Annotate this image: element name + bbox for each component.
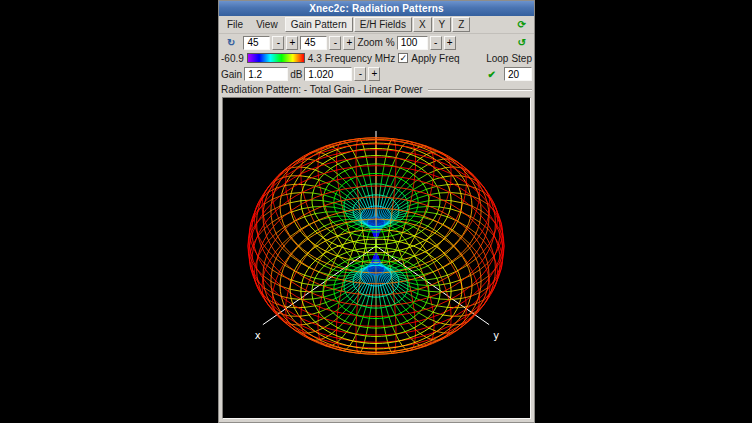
freq-steps-field[interactable]: [504, 67, 532, 81]
frequency-label: Frequency MHz: [325, 53, 396, 64]
rotate-plus-button[interactable]: +: [286, 36, 298, 50]
plot-frame-header: Radiation Pattern: - Total Gain - Linear…: [219, 83, 534, 96]
apply-check-icon[interactable]: ✔: [482, 67, 502, 82]
zoom-spinbox[interactable]: [397, 36, 428, 50]
zoom-plus-button[interactable]: +: [444, 36, 456, 50]
scale-max-label: 4.3: [308, 53, 322, 64]
tab-eh-fields[interactable]: E/H Fields: [354, 17, 412, 32]
rotate-spinbox[interactable]: [243, 36, 270, 50]
zoom-minus-button[interactable]: -: [430, 36, 442, 50]
axis-z-button[interactable]: Z: [452, 17, 470, 32]
menubar: File View Gain Pattern E/H Fields X Y Z …: [219, 16, 534, 34]
incline-plus-button[interactable]: +: [343, 36, 355, 50]
redraw-icon[interactable]: ⟳: [512, 17, 532, 32]
step-label: Step: [511, 53, 532, 64]
plot-frame-title: Radiation Pattern: - Total Gain - Linear…: [221, 84, 423, 95]
gain-value-field[interactable]: [244, 67, 288, 81]
apply-freq-checkbox[interactable]: ✓: [398, 53, 408, 63]
view-toolbar: ↻ - + - + Zoom % - + ↺: [219, 34, 534, 51]
axis-y-button[interactable]: Y: [433, 17, 452, 32]
xnec2c-window: Xnec2c: Radiation Patterns File View Gai…: [218, 0, 535, 423]
zoom-label: Zoom %: [357, 37, 394, 48]
svg-text:x: x: [255, 330, 261, 341]
incline-spinbox[interactable]: [300, 36, 327, 50]
gain-frequency-row: Gain dB - + ✔: [219, 65, 534, 83]
scale-frequency-row: -60.9 4.3 Frequency MHz ✓ Apply Freq Loo…: [219, 51, 534, 65]
menu-view[interactable]: View: [250, 17, 284, 32]
gain-unit-label: dB: [290, 69, 302, 80]
incline-minus-button[interactable]: -: [329, 36, 341, 50]
tab-gain-pattern[interactable]: Gain Pattern: [285, 17, 353, 32]
rotate-minus-button[interactable]: -: [272, 36, 284, 50]
window-title: Xnec2c: Radiation Patterns: [309, 3, 444, 14]
colormap-scale: [247, 53, 305, 63]
radiation-pattern-plot: xy: [223, 98, 530, 419]
render-icon[interactable]: ↺: [512, 35, 532, 50]
svg-text:y: y: [493, 330, 499, 341]
scale-min-label: -60.9: [221, 53, 244, 64]
frequency-plus-button[interactable]: +: [368, 67, 380, 81]
loop-label[interactable]: Loop: [486, 53, 508, 64]
gain-label: Gain: [221, 69, 242, 80]
frequency-minus-button[interactable]: -: [354, 67, 366, 81]
frequency-spinbox[interactable]: [304, 67, 352, 81]
rotate-icon[interactable]: ↻: [221, 35, 241, 50]
axis-x-button[interactable]: X: [413, 17, 432, 32]
menu-file[interactable]: File: [221, 17, 249, 32]
window-titlebar[interactable]: Xnec2c: Radiation Patterns: [219, 1, 534, 16]
frame-groove-line: [428, 89, 532, 91]
apply-freq-label[interactable]: Apply Freq: [411, 53, 459, 64]
radiation-pattern-canvas[interactable]: xy: [222, 97, 531, 419]
desktop-background: Xnec2c: Radiation Patterns File View Gai…: [0, 0, 752, 423]
